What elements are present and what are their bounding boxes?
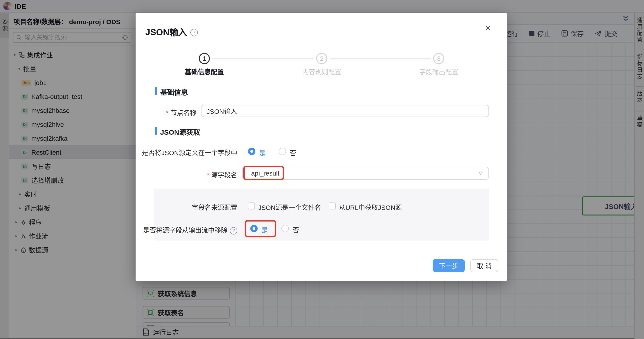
step-2-label: 内容规则配置	[287, 67, 356, 76]
remove-source-label: 是否将源字段从输出流中移除?	[143, 225, 237, 234]
step-3-label: 字段输出配置	[404, 67, 474, 76]
cancel-button[interactable]: 取 消	[470, 259, 498, 272]
section-source-title: JSON源获取	[160, 127, 200, 136]
required-asterisk: *	[207, 171, 210, 179]
section-basic-title: 基础信息	[160, 87, 188, 96]
next-step-button[interactable]: 下一步	[433, 259, 465, 272]
node-name-input[interactable]: JSON输入	[201, 105, 489, 117]
required-asterisk: *	[166, 109, 168, 116]
app-root: IDE 资源 项目名称/数据层： demo-proj / ODS	[0, 0, 644, 339]
step-2-circle[interactable]: 2	[316, 53, 327, 64]
define-in-field-radio-no[interactable]	[278, 148, 286, 155]
help-icon[interactable]: ?	[190, 29, 198, 36]
annotation-box-remove-source	[245, 220, 276, 237]
node-name-label: *节点名称	[166, 108, 196, 117]
dialog-title-text: JSON输入	[145, 28, 187, 37]
dialog-title: JSON输入?	[145, 25, 198, 38]
help-icon[interactable]: ?	[230, 227, 237, 234]
checkbox-json-is-filename-label[interactable]: JSON源是一个文件名	[258, 202, 321, 212]
source-field-label: *源字段名	[207, 170, 237, 179]
checkbox-json-is-filename[interactable]	[248, 202, 255, 210]
close-icon[interactable]: ✕	[485, 24, 491, 32]
node-name-value: JSON输入	[206, 106, 237, 116]
step-1-circle[interactable]: 1	[199, 53, 210, 64]
json-input-dialog: JSON输入? ✕ 1 2 3 基础信息配置 内容规则配置 字段输出配置 基础信…	[136, 13, 507, 281]
define-in-field-radio-yes[interactable]	[248, 148, 255, 155]
step-3-circle[interactable]: 3	[433, 53, 444, 64]
define-in-field-label: 是否将JSON源定义在一个字段中	[142, 148, 237, 157]
step-1-label: 基础信息配置	[170, 67, 239, 76]
checkbox-json-from-url[interactable]	[329, 202, 336, 210]
chevron-down-icon[interactable]: ∨	[478, 170, 482, 176]
step-connector	[330, 58, 431, 60]
define-in-field-no-label[interactable]: 否	[290, 148, 296, 158]
define-in-field-yes-label[interactable]: 是	[259, 148, 266, 158]
annotation-box-source-field	[243, 166, 284, 180]
section-accent-bar	[155, 87, 157, 95]
remove-source-radio-no[interactable]	[281, 225, 289, 232]
field-source-label: 字段名来源配置	[192, 202, 237, 212]
section-accent-bar	[155, 127, 157, 135]
checkbox-json-from-url-label[interactable]: 从URL中获取JSON源	[339, 202, 402, 212]
remove-source-no-label[interactable]: 否	[292, 225, 299, 234]
step-connector	[212, 58, 314, 60]
